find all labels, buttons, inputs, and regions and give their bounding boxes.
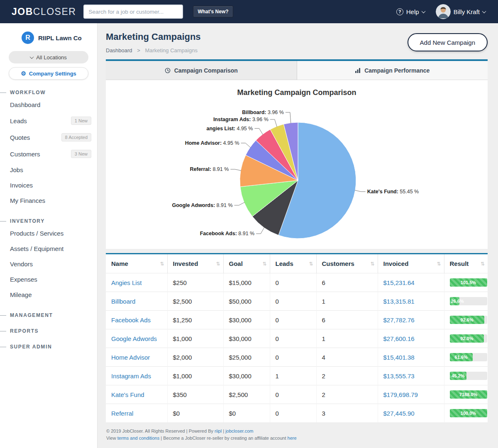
gear-icon: ⚙ [21, 71, 26, 76]
sidebar-item-expenses[interactable]: Expenses [0, 272, 97, 287]
leads-cell: 0 [270, 311, 316, 329]
main-content: Marketing Campaigns Dashboard > Marketin… [98, 0, 498, 442]
campaign-name-link[interactable]: Facebook Ads [111, 317, 151, 324]
pie-label-connector [286, 112, 291, 123]
sort-icon[interactable]: ⇅ [216, 261, 220, 267]
breadcrumb-separator: > [137, 47, 140, 54]
terms-link[interactable]: terms and conditions [117, 436, 160, 441]
invested-cell: $0 [167, 404, 223, 423]
table-row-kate-s-fund: Kate's Fund$350$2,50002$179,698.797188.0… [106, 385, 488, 404]
tab-label: Campaign Performance [364, 67, 430, 74]
sidebar-item-quotes[interactable]: Quotes8 Accepted [0, 129, 97, 146]
invoiced-link[interactable]: $13,315.81 [383, 298, 415, 305]
pie-label-connector [355, 190, 366, 192]
pie-label-connector [230, 169, 241, 170]
pie-chart-area: Marketing Campaign Comparison Kate's Fun… [106, 80, 488, 249]
sidebar-item-jobs[interactable]: Jobs [0, 162, 97, 178]
result-cell: 101.5% [444, 273, 488, 292]
sort-icon[interactable]: ⇅ [262, 261, 266, 267]
pie-label-billboard: Billboard: 3.96 % [242, 110, 284, 115]
jobcloser-link[interactable]: jobcloser.com [225, 429, 253, 433]
sidebar-item-invoices[interactable]: Invoices [0, 178, 97, 193]
result-progress-track: 100.0% [450, 409, 487, 417]
sort-icon[interactable]: ⇅ [481, 261, 485, 267]
affiliate-link[interactable]: here [288, 436, 297, 441]
pie-label-angies-list: angies List: 4.95 % [207, 126, 253, 131]
sidebar-item-mileage[interactable]: Mileage [0, 287, 97, 302]
sidebar-section-reports: REPORTS [0, 328, 97, 334]
invoiced-link[interactable]: $15,401.38 [383, 354, 415, 361]
campaign-table: Name⇅Invested⇅Goal⇅Leads⇅Customers⇅Invoi… [106, 254, 488, 422]
sidebar: R RIIPL Lawn Co All Locations ⚙ Company … [0, 23, 98, 448]
chart-title: Marketing Campaign Comparison [106, 88, 488, 97]
sort-icon[interactable]: ⇅ [309, 261, 313, 267]
column-header-result[interactable]: Result⇅ [444, 254, 488, 273]
sidebar-sections: WORKFLOWDashboardLeads1 NewQuotes8 Accep… [0, 90, 97, 350]
help-label: Help [406, 8, 419, 15]
breadcrumb-current: Marketing Campaigns [145, 47, 197, 54]
column-header-invested[interactable]: Invested⇅ [167, 254, 223, 273]
invoiced-link[interactable]: $15,231.64 [383, 279, 415, 286]
sidebar-badge: 1 New [71, 117, 91, 125]
campaign-name-link[interactable]: Kate's Fund [111, 391, 144, 398]
campaign-name-link[interactable]: Billboard [111, 298, 135, 305]
invoiced-link[interactable]: $27,445.90 [383, 410, 415, 417]
result-progress-fill: 100.0% [450, 409, 487, 417]
tab-campaign-comparison[interactable]: Campaign Comparison [106, 61, 297, 80]
column-header-customers[interactable]: Customers⇅ [316, 254, 378, 273]
result-progress-fill: 92.0% [450, 334, 484, 343]
sidebar-item-assets-equipment[interactable]: Assets / Equipment [0, 241, 97, 256]
sidebar-item-my-finances[interactable]: My Finances [0, 193, 97, 208]
pie-chart[interactable]: Kate's Fund: 55.45 %Facebook Ads: 8.91 %… [106, 97, 488, 249]
invoiced-link[interactable]: $179,698.79 [383, 391, 418, 398]
column-header-leads[interactable]: Leads⇅ [270, 254, 316, 273]
sidebar-item-products-services[interactable]: Products / Services [0, 226, 97, 241]
leads-cell: 0 [270, 273, 316, 292]
app-logo[interactable]: JOBCLOSER [12, 6, 76, 17]
table-row-referral: Referral$0$003$27,445.90100.0% [106, 404, 488, 423]
user-menu[interactable]: Billy Kraft [436, 4, 486, 19]
add-new-campaign-button[interactable]: Add New Campaign [408, 33, 488, 51]
column-header-invoiced[interactable]: Invoiced⇅ [378, 254, 444, 273]
search-input[interactable] [83, 5, 183, 19]
whats-new-button[interactable]: What's New? [193, 6, 233, 17]
help-menu[interactable]: ? Help [396, 8, 425, 15]
riipl-link[interactable]: riipl [215, 429, 222, 433]
locations-dropdown[interactable]: All Locations [9, 51, 88, 63]
company-header[interactable]: R RIIPL Lawn Co [0, 30, 97, 47]
sidebar-item-label: Dashboard [10, 101, 40, 108]
campaign-name-link[interactable]: Google Adwords [111, 335, 157, 342]
sidebar-item-vendors[interactable]: Vendors [0, 256, 97, 272]
campaign-name-link[interactable]: Instagram Ads [111, 373, 151, 380]
table-row-home-advisor: Home Advisor$2,000$25,00004$15,401.3861.… [106, 348, 488, 367]
column-header-name[interactable]: Name⇅ [106, 254, 167, 273]
sort-icon[interactable]: ⇅ [437, 261, 441, 267]
leads-cell: 0 [270, 385, 316, 404]
sidebar-item-leads[interactable]: Leads1 New [0, 112, 97, 129]
pie-label-connector [270, 119, 277, 127]
sort-icon[interactable]: ⇅ [370, 261, 374, 267]
result-progress-track: 7188.0% [450, 390, 487, 399]
customers-cell: 6 [316, 311, 378, 329]
sidebar-item-dashboard[interactable]: Dashboard [0, 97, 97, 112]
company-settings-button[interactable]: ⚙ Company Settings [9, 67, 88, 80]
sidebar-item-customers[interactable]: Customers3 New [0, 146, 97, 162]
invoiced-link[interactable]: $27,600.16 [383, 335, 415, 342]
result-progress-track: 101.5% [450, 278, 487, 287]
chevron-down-icon [482, 9, 486, 13]
bar-chart-icon [355, 68, 361, 73]
leads-cell: 0 [270, 292, 316, 311]
goal-cell: $30,000 [223, 311, 270, 329]
campaign-name-link[interactable]: Angies List [111, 279, 142, 286]
tab-campaign-performance[interactable]: Campaign Performance [297, 61, 488, 80]
campaign-name-link[interactable]: Home Advisor [111, 354, 150, 361]
campaign-name-link[interactable]: Referral [111, 410, 133, 417]
breadcrumb-dashboard[interactable]: Dashboard [106, 47, 132, 54]
column-header-goal[interactable]: Goal⇅ [223, 254, 270, 273]
invoiced-link[interactable]: $27,782.76 [383, 317, 415, 324]
sidebar-item-label: Products / Services [10, 230, 63, 237]
invoiced-link[interactable]: $13,555.73 [383, 373, 415, 380]
page-header: Marketing Campaigns Dashboard > Marketin… [106, 32, 488, 54]
user-avatar [436, 4, 451, 19]
sort-icon[interactable]: ⇅ [160, 261, 164, 267]
